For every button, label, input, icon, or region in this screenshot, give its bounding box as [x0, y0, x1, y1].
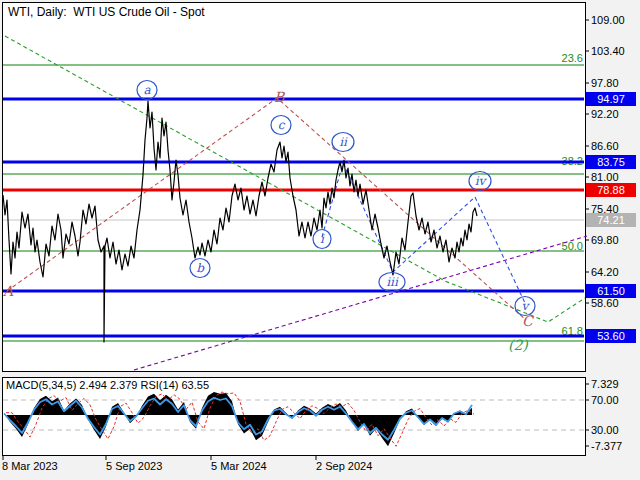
price-axis-label: 69.80 [591, 234, 619, 246]
price-badge-53.60: 53.60 [597, 330, 625, 342]
price-badge-box [586, 92, 636, 106]
price-axis-label: 53.00 [591, 329, 619, 341]
price-axis-label: 81.00 [591, 171, 619, 183]
indicator-axis-label: -7.377 [591, 440, 622, 452]
indicator-axis-label: 30.00 [591, 424, 619, 436]
price-badge-box [586, 183, 636, 197]
price-badge-74.21: 74.21 [597, 214, 625, 226]
price-axis-label: 75.40 [591, 203, 619, 215]
chart-title: WTI, Daily: WTI US Crude Oil - Spot [8, 5, 205, 19]
price-badge-box [586, 213, 636, 227]
price-axis-label: 97.80 [591, 77, 619, 89]
price-axis-label: 92.20 [591, 108, 619, 120]
price-badge-box [586, 284, 636, 298]
price-badge-box [586, 155, 636, 169]
indicator-values-label: MACD(5,34,5) 2.494 2.379 RSI(14) 63.55 [6, 379, 209, 391]
indicator-axis-label: 70.00 [591, 394, 619, 406]
date-label: 8 Mar 2023 [2, 460, 58, 472]
price-axis-label: 58.60 [591, 297, 619, 309]
indicator-axis-label: 7.329 [591, 378, 619, 390]
price-badge-61.50: 61.50 [597, 285, 625, 297]
price-badge-78.88: 78.88 [597, 184, 625, 196]
price-axis-label: 103.40 [591, 45, 625, 57]
date-label: 5 Mar 2024 [211, 460, 267, 472]
trading-chart-window: WTI, Daily: WTI US Crude Oil - Spot MACD… [0, 0, 640, 480]
date-label: 2 Sep 2024 [316, 460, 372, 472]
price-chart-panel[interactable] [2, 2, 586, 372]
price-axis-label: 64.20 [591, 266, 619, 278]
price-badge-83.75: 83.75 [597, 156, 625, 168]
price-axis-label: 86.60 [591, 140, 619, 152]
price-badge-94.97: 94.97 [597, 93, 625, 105]
price-badge-box [586, 329, 636, 343]
price-axis-label: 109.00 [591, 14, 625, 26]
date-label: 5 Sep 2023 [106, 460, 162, 472]
